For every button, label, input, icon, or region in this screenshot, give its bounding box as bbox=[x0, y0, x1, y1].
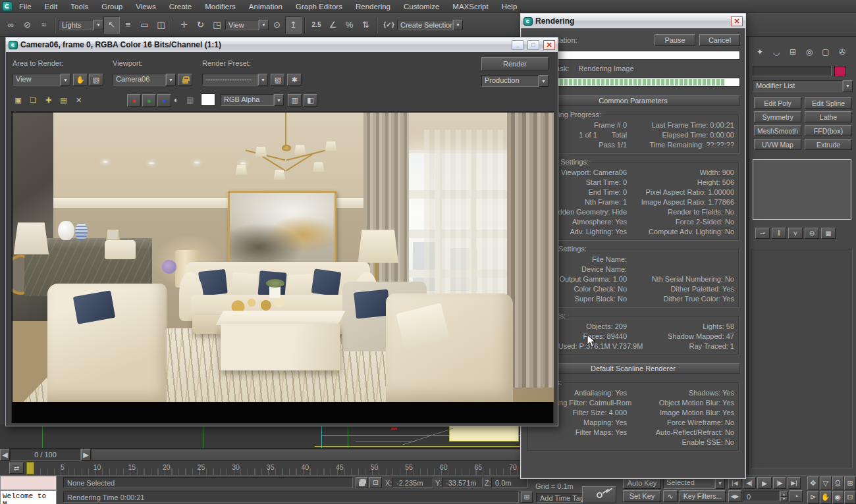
modifier-stack-list[interactable] bbox=[753, 159, 851, 220]
render-mode-dropdown[interactable]: Production▼ bbox=[481, 75, 548, 87]
unlink-selection-button[interactable]: ⊘ bbox=[19, 16, 36, 34]
select-object-button[interactable]: ↖ bbox=[103, 16, 120, 34]
print-image-button[interactable]: ▤ bbox=[57, 94, 70, 107]
select-and-move-button[interactable]: ✛ bbox=[176, 16, 192, 34]
spinner-up-icon[interactable]: ▲ bbox=[780, 491, 788, 497]
edit-named-selection-button[interactable]: {✓} bbox=[381, 16, 397, 34]
chevron-down-icon[interactable]: ▼ bbox=[258, 74, 268, 86]
viewport-nav-button[interactable]: ⊡ bbox=[844, 491, 856, 504]
auto-region-button[interactable]: ▧ bbox=[89, 74, 103, 86]
trackbar-right-button[interactable]: ▶ bbox=[81, 449, 91, 461]
window-crossing-toggle-button[interactable]: ◫ bbox=[153, 16, 169, 34]
select-and-manipulate-button[interactable]: ↥ bbox=[285, 16, 302, 34]
clone-buffer-button[interactable]: ❏ bbox=[26, 94, 40, 107]
current-frame-field[interactable]: 0 bbox=[743, 491, 780, 501]
close-icon[interactable]: ✕ bbox=[731, 16, 743, 26]
select-and-scale-button[interactable]: ◳ bbox=[209, 16, 225, 34]
bind-to-spacewarp-button[interactable]: ≈ bbox=[36, 16, 52, 34]
stack-tool-button[interactable]: ⊸ bbox=[755, 228, 770, 239]
trackbar-slider[interactable] bbox=[91, 449, 522, 461]
cancel-button[interactable]: Cancel bbox=[699, 34, 740, 46]
modifier-button[interactable]: Lathe bbox=[805, 111, 852, 122]
chevron-down-icon[interactable]: ▼ bbox=[539, 75, 548, 87]
timeline-ruler[interactable]: 510152025303540455055606570 ⇄ bbox=[0, 461, 522, 475]
menu-item[interactable]: File bbox=[13, 0, 38, 13]
modifier-button[interactable]: MeshSmooth bbox=[754, 125, 801, 136]
layer-display-button[interactable]: ▥ bbox=[288, 94, 302, 107]
go-to-end-button[interactable]: ▶| bbox=[788, 477, 801, 489]
snaps-toggle-button[interactable]: 2.5 bbox=[308, 16, 325, 34]
edit-region-button[interactable]: ✋ bbox=[73, 74, 88, 86]
percent-snap-button[interactable]: % bbox=[341, 16, 358, 34]
viewport-lock-button[interactable] bbox=[178, 74, 192, 86]
selection-lock-toggle[interactable] bbox=[356, 477, 368, 488]
modifier-button[interactable]: Extrude bbox=[805, 139, 852, 150]
time-slider[interactable] bbox=[26, 462, 34, 474]
select-and-rotate-button[interactable]: ↻ bbox=[192, 16, 209, 34]
chevron-down-icon[interactable]: ▼ bbox=[166, 74, 176, 86]
save-image-button[interactable]: ▣ bbox=[11, 94, 25, 107]
rendering-dialog-titlebar[interactable]: Rendering ✕ bbox=[521, 14, 745, 28]
mono-display-button[interactable]: ◧ bbox=[304, 94, 317, 107]
angle-snap-button[interactable]: ∠ bbox=[325, 16, 341, 34]
maxscript-mini-listener-pink[interactable] bbox=[0, 476, 57, 490]
next-frame-button[interactable]: |▶ bbox=[773, 477, 786, 489]
object-name-field[interactable] bbox=[753, 66, 832, 76]
viewport-nav-button[interactable]: ⊞ bbox=[844, 476, 856, 490]
command-panel-tab[interactable]: ◡ bbox=[768, 45, 784, 59]
menu-item[interactable]: Help bbox=[495, 0, 524, 13]
render-preset-dropdown[interactable]: -------------------▼ bbox=[202, 74, 268, 86]
select-by-name-button[interactable]: ≡ bbox=[120, 16, 136, 34]
menu-item[interactable]: Tools bbox=[64, 0, 95, 13]
modifier-list-dropdown[interactable]: Modifier List▼ bbox=[753, 80, 853, 91]
render-setup-button[interactable]: ✱ bbox=[287, 74, 302, 86]
time-configuration-button[interactable]: ◔ bbox=[789, 490, 803, 502]
menu-item[interactable]: Rendering bbox=[349, 0, 397, 13]
green-channel-button[interactable]: ● bbox=[142, 94, 156, 107]
rectangular-selection-region-button[interactable]: ▭ bbox=[136, 16, 153, 34]
key-filters-button[interactable]: Key Filters... bbox=[680, 490, 726, 502]
spinner-snap-button[interactable]: ⇅ bbox=[358, 16, 374, 34]
alpha-channel-button[interactable]: ▦ bbox=[186, 95, 194, 105]
stack-tool-button[interactable]: ▦ bbox=[821, 228, 836, 239]
spinner-down-icon[interactable]: ▼ bbox=[780, 497, 788, 502]
viewport-strip[interactable] bbox=[0, 424, 522, 449]
chevron-down-icon[interactable]: ▼ bbox=[843, 80, 853, 91]
pause-button[interactable]: Pause bbox=[655, 34, 695, 46]
menu-item[interactable]: Create bbox=[163, 0, 199, 13]
blue-channel-button[interactable]: ● bbox=[157, 94, 171, 107]
command-panel-tab[interactable]: ✇ bbox=[834, 45, 850, 59]
play-button[interactable]: ▶ bbox=[757, 477, 772, 489]
vfb-titlebar[interactable]: Camera06, frame 0, RGBA Color 16 Bits/Ch… bbox=[6, 38, 558, 52]
viewport-dropdown[interactable]: Camera06▼ bbox=[113, 74, 176, 86]
open-listener-button[interactable]: ⊞ bbox=[521, 491, 533, 503]
selection-filter-dropdown[interactable]: Lights▼ bbox=[59, 20, 103, 30]
use-center-button[interactable]: ⊙ bbox=[269, 16, 285, 34]
stack-tool-button[interactable]: ‖ bbox=[772, 228, 786, 239]
red-channel-button[interactable]: ● bbox=[127, 94, 141, 107]
menu-item[interactable]: Group bbox=[95, 0, 129, 13]
chevron-down-icon[interactable]: ▼ bbox=[274, 94, 284, 106]
mini-curve-editor-button[interactable]: ⇄ bbox=[9, 463, 24, 474]
chevron-down-icon[interactable]: ▼ bbox=[61, 74, 70, 86]
command-panel-tab[interactable]: ✦ bbox=[752, 45, 768, 59]
render-button[interactable]: Render bbox=[481, 57, 548, 70]
maxscript-mini-listener[interactable]: Welcome to M bbox=[0, 490, 57, 504]
close-icon[interactable]: ✕ bbox=[543, 40, 555, 50]
key-mode-toggle-button[interactable]: ◀▶ bbox=[728, 490, 741, 502]
set-key-toggle-button[interactable] bbox=[582, 486, 616, 503]
command-panel-tab[interactable]: ▢ bbox=[818, 45, 834, 59]
viewport-nav-button[interactable]: ▽ bbox=[820, 476, 832, 490]
y-coordinate-field[interactable]: -33.571m bbox=[442, 478, 483, 488]
viewport-nav-button[interactable]: ◉ bbox=[832, 491, 844, 504]
z-coordinate-field[interactable]: 0.0m bbox=[491, 478, 528, 488]
object-color-swatch[interactable] bbox=[834, 66, 846, 76]
named-selection-set-dropdown[interactable]: Create Selection Se▼ bbox=[397, 20, 463, 30]
chevron-down-icon[interactable]: ▼ bbox=[453, 20, 463, 30]
preset-save-button[interactable]: ▧ bbox=[271, 74, 285, 86]
menu-item[interactable]: Views bbox=[129, 0, 162, 13]
menu-item[interactable]: MAXScript bbox=[446, 0, 495, 13]
frame-spinner[interactable]: ▲ ▼ bbox=[780, 491, 788, 501]
channel-dropdown[interactable]: RGB Alpha▼ bbox=[221, 94, 284, 106]
channel-display-button[interactable]: ✚ bbox=[41, 94, 55, 107]
